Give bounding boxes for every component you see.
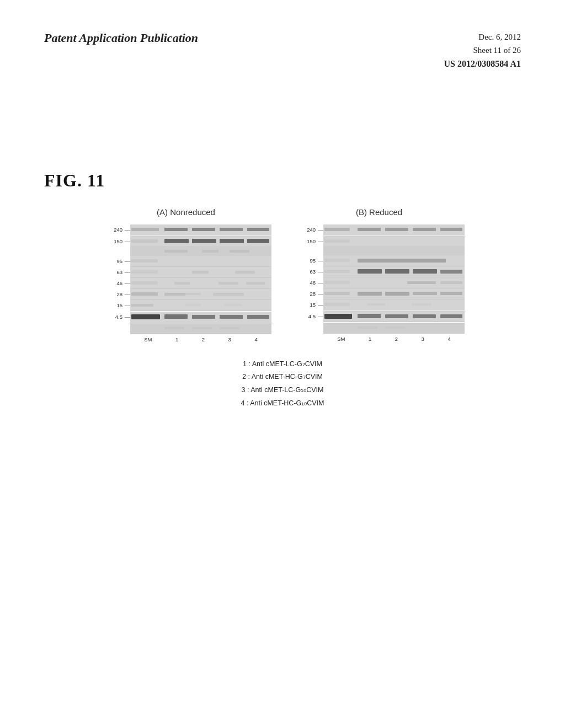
bands-63-b bbox=[323, 266, 465, 277]
bands-28-a bbox=[130, 289, 271, 300]
dash-46-b: — bbox=[318, 280, 323, 286]
dash-45-a: — bbox=[125, 314, 130, 320]
bands-240-a bbox=[130, 224, 271, 235]
bands-95-a bbox=[130, 256, 271, 267]
x-label-1-a: 1 bbox=[175, 336, 178, 342]
marker-63-a: 63 bbox=[100, 269, 125, 275]
panel-a-title: (A) Nonreduced bbox=[157, 207, 215, 217]
bands-46-b bbox=[323, 277, 465, 288]
marker-28-a: 28 bbox=[100, 291, 125, 297]
bands-150-b bbox=[323, 236, 465, 247]
legend-item-1: 1 : Anti cMET-LC-G₇CVIM bbox=[0, 358, 565, 371]
dash-150-b: — bbox=[318, 238, 323, 244]
legend: 1 : Anti cMET-LC-G₇CVIM 2 : Anti cMET-HC… bbox=[0, 358, 565, 410]
header-right: Dec. 6, 2012 Sheet 11 of 26 US 2012/0308… bbox=[444, 30, 521, 71]
marker-15-b: 15 bbox=[294, 302, 318, 308]
marker-63-b: 63 bbox=[294, 269, 318, 275]
marker-46-a: 46 bbox=[100, 280, 125, 286]
page: Patent Application Publication Dec. 6, 2… bbox=[0, 0, 565, 728]
marker-45-b: 4.5 bbox=[294, 313, 318, 319]
dash-28-b: — bbox=[318, 291, 323, 297]
x-label-sm-b: SM bbox=[337, 336, 345, 342]
dash-150-a: — bbox=[125, 238, 130, 244]
sheet-info: Sheet 11 of 26 bbox=[444, 44, 521, 57]
dash-95-a: — bbox=[125, 258, 130, 264]
dash-15-b: — bbox=[318, 302, 323, 308]
pub-id: US 2012/0308584 A1 bbox=[444, 57, 521, 71]
panel-b-title: (B) Reduced bbox=[356, 207, 402, 217]
header: Patent Application Publication Dec. 6, 2… bbox=[0, 0, 565, 82]
bands-240-b bbox=[323, 224, 465, 235]
marker-28-b: 28 bbox=[294, 291, 318, 297]
panel-a: (A) Nonreduced 240 — 150 bbox=[100, 207, 271, 342]
bands-15-b bbox=[323, 299, 465, 311]
x-label-4-a: 4 bbox=[254, 336, 257, 342]
dash-45-b: — bbox=[318, 313, 323, 319]
dash-15-a: — bbox=[125, 302, 130, 308]
bands-63-a bbox=[130, 267, 271, 278]
x-label-1-b: 1 bbox=[369, 336, 371, 342]
panel-a-xaxis: SM 1 2 3 4 bbox=[100, 336, 271, 342]
x-label-2-a: 2 bbox=[202, 336, 205, 342]
legend-item-4: 4 : Anti cMET-HC-G₁₀CVIM bbox=[0, 397, 565, 410]
marker-95-a: 95 bbox=[100, 258, 125, 264]
dash-28-a: — bbox=[125, 291, 130, 297]
x-label-2-b: 2 bbox=[395, 336, 398, 342]
figure-label: FIG. 11 bbox=[44, 170, 565, 191]
dash-63-b: — bbox=[318, 269, 323, 275]
bands-45-b bbox=[323, 311, 465, 322]
marker-46-b: 46 bbox=[294, 280, 318, 286]
marker-45-a: 4.5 bbox=[100, 314, 125, 320]
marker-240-a: 240 bbox=[100, 227, 125, 233]
x-label-3-b: 3 bbox=[422, 336, 424, 342]
panel-b: (B) Reduced 240 — 150 bbox=[294, 207, 465, 342]
bands-28-b bbox=[323, 288, 465, 299]
x-label-4-b: 4 bbox=[447, 336, 450, 342]
marker-240-b: 240 bbox=[294, 227, 318, 233]
x-label-3-a: 3 bbox=[228, 336, 231, 342]
panel-a-gel: 240 — 150 — bbox=[100, 224, 271, 342]
gel-panels: (A) Nonreduced 240 — 150 bbox=[0, 207, 565, 342]
dash-240-b: — bbox=[318, 227, 323, 233]
dash-95-b: — bbox=[318, 258, 323, 264]
dash-240-a: — bbox=[125, 227, 130, 233]
marker-15-a: 15 bbox=[100, 302, 125, 308]
publication-title: Patent Application Publication bbox=[44, 30, 198, 46]
pub-date: Dec. 6, 2012 bbox=[444, 30, 521, 44]
x-label-sm-a: SM bbox=[144, 336, 152, 342]
dash-63-a: — bbox=[125, 269, 130, 275]
legend-item-2: 2 : Anti cMET-HC-G₇CVIM bbox=[0, 371, 565, 384]
legend-item-3: 3 : Anti cMET-LC-G₁₀CVIM bbox=[0, 384, 565, 397]
marker-95-b: 95 bbox=[294, 258, 318, 264]
bands-15-a bbox=[130, 300, 271, 311]
bands-45-a bbox=[130, 312, 271, 323]
marker-150-b: 150 bbox=[294, 238, 318, 244]
dash-46-a: — bbox=[125, 280, 130, 286]
bands-150-a bbox=[130, 236, 271, 247]
panel-b-gel: 240 — 150 — bbox=[294, 224, 465, 342]
marker-150-a: 150 bbox=[100, 238, 125, 244]
panel-b-xaxis: SM 1 2 3 4 bbox=[294, 336, 465, 342]
bands-95-b bbox=[323, 255, 465, 266]
bands-46-a bbox=[130, 278, 271, 289]
